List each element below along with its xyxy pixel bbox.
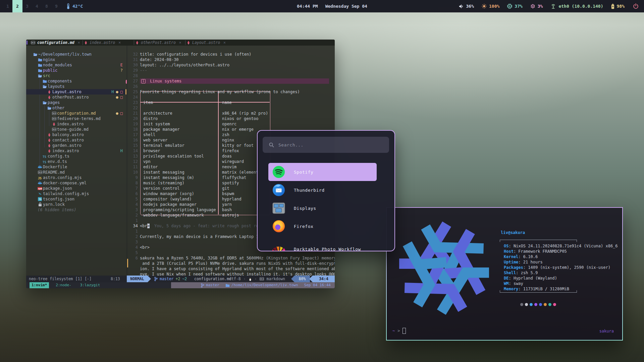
tmux-window-1:nvim*[interactable]: 1:nvim*	[30, 282, 49, 288]
terminal-color-palette	[520, 303, 556, 306]
tmux-window-3:lazygit[interactable]: 3:lazygit	[78, 282, 102, 288]
table-cell-item: privilege escalation tool	[143, 154, 204, 159]
tree-item[interactable]: tone-guide.md	[26, 127, 127, 132]
tree-item[interactable]: garden.astro	[26, 143, 127, 148]
tree-item[interactable]: tailwind.config.mjs	[26, 191, 127, 196]
vim-mode: NORMAL	[127, 276, 148, 282]
tree-item[interactable]: otherPost.astro●□	[26, 95, 127, 100]
close-icon[interactable]: ×	[78, 40, 80, 45]
power-button[interactable]	[633, 0, 639, 12]
line-number: 24	[127, 95, 138, 100]
tree-item[interactable]: components	[26, 78, 127, 84]
file-tree[interactable]: ~/Development/liv.townnginxnode_modulesE…	[26, 46, 127, 276]
workspace-item[interactable]: 3	[22, 0, 32, 12]
fetch-field-value: : Hyprland (Wayland)	[508, 276, 557, 281]
buffer-text: ---	[140, 68, 147, 73]
thermometer-icon	[66, 3, 70, 9]
svg-text:TS: TS	[43, 155, 46, 158]
workspace-item[interactable]: 2	[12, 0, 22, 12]
statusline-filename: configuration.md	[194, 276, 231, 282]
tree-item-label: contact.astro	[52, 137, 84, 143]
table-cell-name: name	[222, 100, 232, 105]
tree-item[interactable]: nginx	[26, 57, 127, 62]
tree-item-label: public	[43, 68, 57, 73]
line-number: 21	[127, 111, 138, 116]
launcher-item-Firefox[interactable]: Firefox	[268, 217, 377, 235]
shell-prompt[interactable]: ~ >	[392, 328, 406, 334]
tree-item[interactable]: index.astro	[26, 121, 127, 127]
workspace-item[interactable]: 1	[3, 0, 13, 12]
desktop: 123489 42°C 04:44 PM Wednesday Sep 04 36…	[0, 0, 644, 362]
tmux-window-2:node-[interactable]: 2:node-	[54, 282, 73, 288]
table-cell-name: x86_64 (rip m2 pro)	[222, 111, 268, 116]
tree-item[interactable]: (6 hidden items)	[26, 207, 127, 213]
launcher-item-Displays[interactable]: Displays	[268, 199, 377, 217]
tree-item[interactable]: npmpackage.json	[26, 186, 127, 191]
search-placeholder: Search...	[278, 142, 304, 147]
buffer-line: 29---	[127, 68, 335, 73]
close-icon[interactable]: ×	[179, 40, 181, 45]
workspace-item[interactable]: 9	[51, 0, 61, 12]
tree-item[interactable]: node_modulesE	[26, 62, 127, 68]
line-number: 28	[127, 73, 138, 78]
statusline: neo-tree filesystem [1] [-] 8:13 NORMAL …	[26, 276, 335, 282]
tree-item[interactable]: contact.astro	[26, 137, 127, 143]
tab-otherPost.astro[interactable]: otherPost.astro×	[136, 40, 184, 46]
line-number: 2	[127, 234, 138, 239]
folder-icon	[225, 284, 230, 287]
tree-item[interactable]: balcony.astro	[26, 132, 127, 137]
tree-item[interactable]: Dockerfile	[26, 164, 127, 170]
tree-item[interactable]: TSenv.d.ts	[26, 159, 127, 164]
tree-item[interactable]: docker-compose.yml	[26, 180, 127, 186]
tree-item[interactable]: fediverse-terms.md	[26, 116, 127, 121]
tree-item[interactable]: other	[26, 105, 127, 111]
tree-item[interactable]: pages	[26, 100, 127, 105]
buffer-line: 30layout: ../../layouts/otherPost.astro	[127, 62, 335, 68]
tree-item-label: ~/Development/liv.town	[38, 52, 92, 57]
launcher-item-Thunderbird[interactable]: Thunderbird	[268, 181, 377, 199]
launcher-item-Darktable Photo Workflow Software[interactable]: Darktable Photo Workflow Software	[268, 243, 377, 251]
tree-item-label: balcony.astro	[52, 132, 84, 137]
table-cell-item: item	[143, 100, 153, 105]
buffer-line: 20distronixos or gentoo	[127, 116, 335, 121]
tree-item[interactable]: ~/Development/liv.town	[26, 52, 127, 57]
tree-item-label: tone-guide.md	[57, 127, 89, 132]
tree-item-label: pages	[48, 100, 60, 105]
close-icon[interactable]: ×	[223, 40, 226, 45]
tab-configuration.md[interactable]: configuration.md×	[31, 40, 82, 46]
tree-item[interactable]: configuration.md●□	[26, 111, 127, 116]
hostname-label: sakura	[599, 328, 614, 334]
fetch-field-label: OS	[504, 244, 508, 248]
table-cell-name: hyprland	[222, 196, 241, 202]
git-status-marks: H●□	[111, 89, 123, 95]
tree-item[interactable]: TStsconfig.json	[26, 196, 127, 202]
tree-item[interactable]: yarn.lock	[26, 202, 127, 207]
line-number: 5	[127, 196, 138, 202]
tree-item-label: README.md	[43, 170, 65, 175]
scroll-percent: 80%	[294, 276, 310, 282]
tab-index.astro[interactable]: index.astro×	[84, 40, 133, 46]
astro-icon	[47, 143, 52, 147]
buffer-line: 25Favorite things regarding Linux and my…	[127, 89, 335, 95]
tab-Layout.astro[interactable]: Layout.astro×	[187, 40, 234, 46]
tree-item[interactable]: public?	[26, 68, 127, 73]
git-mark: H	[120, 148, 123, 154]
astro-icon	[52, 122, 56, 126]
folder-open-icon	[42, 84, 47, 88]
tree-item[interactable]: TSconfig.ts	[26, 154, 127, 159]
tree-item[interactable]: Layout.astroH●□	[26, 89, 127, 95]
search-input[interactable]: Search...	[263, 137, 389, 153]
workspace-item[interactable]: 8	[42, 0, 52, 12]
line-number: 3	[127, 207, 138, 213]
tree-item[interactable]: JSastro.config.mjs	[26, 175, 127, 180]
tree-item[interactable]: index.astroH	[26, 148, 127, 154]
git-mark: E	[120, 62, 123, 68]
workspace-item[interactable]: 4	[32, 0, 42, 12]
tree-item[interactable]: src	[26, 73, 127, 78]
launcher-item-Spotify[interactable]: Spotify	[268, 163, 377, 181]
git-branch-icon	[201, 283, 204, 288]
folder-open-icon	[42, 101, 47, 105]
tree-item[interactable]: layouts	[26, 84, 127, 89]
close-icon[interactable]: ×	[118, 40, 121, 45]
tree-item[interactable]: README.md	[26, 170, 127, 175]
